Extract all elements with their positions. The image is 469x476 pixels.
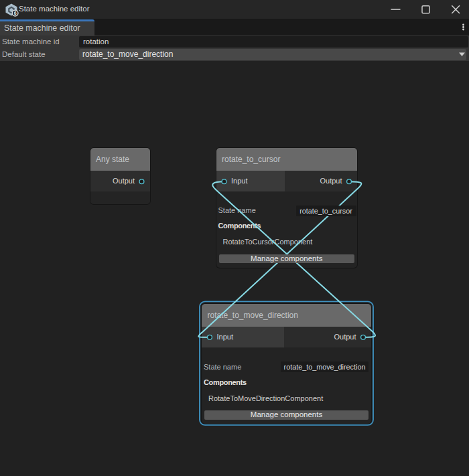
svg-text:6: 6 <box>14 11 17 15</box>
